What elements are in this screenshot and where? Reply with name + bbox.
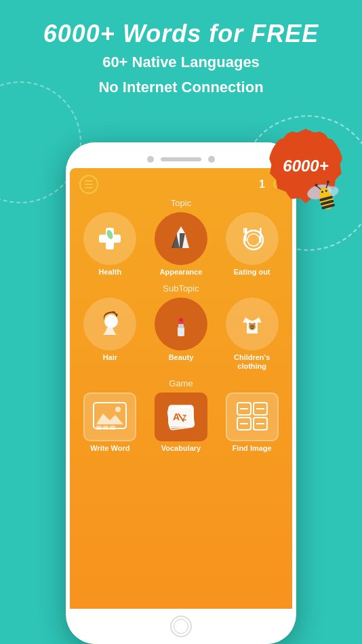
- svg-rect-35: [96, 426, 102, 430]
- home-button-inner: [174, 619, 188, 634]
- svg-rect-33: [94, 403, 126, 428]
- subtopic-label-clothing: Children's clothing: [218, 353, 285, 371]
- game-label: Game: [70, 378, 292, 388]
- svg-rect-36: [103, 426, 108, 430]
- topic-label-appearance: Appearance: [160, 268, 203, 277]
- menu-line3: [85, 187, 93, 188]
- svg-point-23: [104, 315, 118, 328]
- svg-rect-25: [178, 324, 184, 328]
- subtopic-label: SubTopic: [70, 283, 292, 294]
- subtopic-item-hair[interactable]: Hair: [77, 298, 144, 371]
- game-grid: Write Word A Z: [70, 393, 292, 452]
- phone-bottom-bar: [70, 609, 292, 644]
- game-box-vocabulary: A Z: [155, 393, 207, 441]
- home-button[interactable]: [170, 616, 192, 637]
- game-item-write[interactable]: Write Word: [77, 393, 144, 452]
- menu-line1: [85, 180, 93, 182]
- svg-text:A: A: [173, 411, 180, 422]
- svg-rect-26: [180, 319, 182, 321]
- svg-rect-17: [243, 228, 245, 233]
- svg-point-21: [247, 234, 260, 246]
- subtopic-circle-beauty: [155, 298, 207, 350]
- subline1: 60+ Native Languages: [0, 52, 362, 73]
- headline: 6000+ Words for FREE: [0, 19, 362, 48]
- game-label-vocabulary: Vocabulary: [161, 444, 201, 452]
- subtopic-circle-hair: [83, 298, 136, 350]
- topic-circle-eating: [226, 212, 279, 265]
- subline2: No Internet Connection: [0, 77, 362, 98]
- game-box-findimage: [226, 393, 279, 441]
- topic-circle-health: [83, 212, 136, 265]
- subtopic-grid: Hair Beauty: [70, 298, 292, 371]
- svg-point-32: [252, 325, 254, 327]
- topic-label-health: Health: [99, 268, 122, 277]
- subtopic-item-beauty[interactable]: Beauty: [148, 298, 215, 371]
- phone-frame: 1 ⚙ Topic: [66, 142, 296, 644]
- game-item-vocabulary[interactable]: A Z Vocabulary: [148, 393, 215, 452]
- phone-frame-container: 1 ⚙ Topic: [66, 142, 296, 644]
- svg-point-28: [249, 323, 252, 325]
- menu-lines: [85, 180, 93, 188]
- game-label-findimage: Find Image: [233, 444, 272, 452]
- topic-item-appearance[interactable]: Appearance: [148, 212, 215, 277]
- subtopic-circle-clothing: [226, 298, 279, 350]
- game-label-write: Write Word: [90, 444, 129, 452]
- game-item-findimage[interactable]: Find Image: [218, 393, 285, 452]
- app-header: 1 ⚙: [70, 168, 292, 198]
- topic-item-eating[interactable]: Eating out: [218, 212, 285, 277]
- phone-camera2: [208, 156, 215, 163]
- phone-speaker: [161, 157, 201, 161]
- svg-rect-24: [178, 327, 184, 336]
- topic-grid: Health Appearance: [70, 212, 292, 277]
- subtopic-item-clothing[interactable]: Children's clothing: [218, 298, 285, 371]
- topic-label-eating: Eating out: [234, 268, 270, 277]
- menu-line2: [85, 184, 93, 185]
- subtopic-label-hair: Hair: [103, 353, 117, 362]
- topic-circle-appearance: [155, 212, 207, 265]
- topic-label: Topic: [70, 198, 292, 208]
- svg-point-29: [253, 323, 256, 325]
- topic-item-health[interactable]: Health: [77, 212, 144, 277]
- header-section: 6000+ Words for FREE 60+ Native Language…: [0, 0, 362, 98]
- svg-point-34: [115, 407, 121, 412]
- svg-rect-37: [110, 426, 115, 430]
- subtopic-label-beauty: Beauty: [169, 353, 194, 362]
- header-number: 1: [259, 178, 265, 190]
- phone-top-bar: [66, 142, 296, 168]
- game-box-write: [83, 393, 136, 441]
- menu-button[interactable]: [79, 175, 98, 194]
- svg-point-10: [326, 180, 329, 184]
- phone-camera: [147, 156, 154, 163]
- svg-point-31: [250, 325, 252, 327]
- phone-screen: 1 ⚙ Topic: [70, 168, 292, 609]
